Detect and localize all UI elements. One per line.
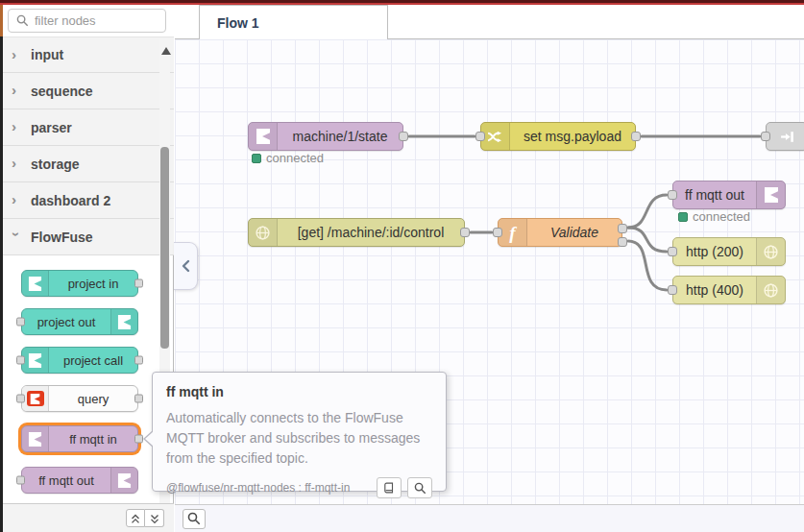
node-link-out[interactable] (766, 122, 804, 151)
palette-node-project-in[interactable]: project in (21, 270, 138, 297)
palette-category-dashboard2[interactable]: › dashboard 2 (0, 182, 174, 219)
query-icon (22, 386, 49, 411)
palette-scrollbar-thumb[interactable] (160, 147, 169, 349)
node-status: connected (252, 151, 324, 165)
book-icon (382, 481, 396, 495)
palette-category-parser[interactable]: › parser (0, 109, 174, 146)
left-edge-strip (0, 5, 3, 36)
output-port[interactable] (134, 356, 143, 365)
flowfuse-icon (110, 309, 137, 334)
node-http-response-400[interactable]: http (400) (672, 276, 786, 304)
change-shuffle-icon (481, 123, 510, 150)
search-icon (414, 482, 426, 495)
status-connected-icon (252, 154, 261, 163)
node-tooltip: ff mqtt in Automatically connects to the… (152, 372, 447, 492)
palette-node-label: ff mqtt in (49, 432, 137, 447)
node-change-set-payload[interactable]: set msg.payload (480, 122, 636, 151)
palette-node-query[interactable]: query (21, 385, 138, 412)
input-port[interactable] (475, 132, 485, 141)
palette-category-sequence[interactable]: › sequence (0, 73, 174, 109)
node-label: http (400) (673, 282, 756, 298)
search-box[interactable] (8, 9, 166, 33)
tooltip-title: ff mqtt in (166, 384, 432, 399)
node-label: http (200) (673, 244, 756, 259)
function-icon: f (499, 219, 527, 246)
status-connected-icon (678, 212, 688, 222)
palette-node-ff-mqtt-in[interactable]: ff mqtt in (21, 425, 138, 452)
collapse-all-button[interactable] (126, 509, 145, 527)
top-accent-line (0, 3, 804, 5)
input-port[interactable] (16, 476, 25, 485)
docs-button[interactable] (377, 477, 402, 498)
double-chevron-up-icon (130, 512, 141, 525)
flow-tab-bar: Flow 1 (175, 5, 804, 39)
flowfuse-icon (249, 123, 278, 150)
scroll-up-arrow-icon[interactable] (161, 47, 171, 55)
canvas-footer (175, 504, 804, 532)
palette-sidebar: › input › sequence › parser › storage › … (0, 5, 174, 532)
output-port[interactable] (399, 132, 408, 141)
palette-node-label: ff mqtt out (22, 473, 110, 488)
input-port[interactable] (668, 285, 677, 295)
output-port[interactable] (134, 279, 143, 288)
flowfuse-icon (756, 181, 785, 208)
output-port-1[interactable] (618, 224, 627, 233)
palette-node-label: project out (22, 315, 110, 329)
node-http-response-200[interactable]: http (200) (672, 237, 786, 266)
palette-node-project-call[interactable]: project call (21, 347, 138, 374)
expand-all-button[interactable] (145, 509, 164, 527)
node-http-in-get-machine-control[interactable]: [get] /machine/:id/control (248, 218, 465, 247)
input-port[interactable] (16, 395, 25, 403)
palette-category-flowfuse[interactable]: › FlowFuse (0, 219, 174, 255)
node-status: connected (678, 209, 750, 224)
output-port[interactable] (134, 435, 143, 444)
tab-flow-1[interactable]: Flow 1 (199, 5, 388, 39)
search-icon (16, 14, 29, 27)
chevron-left-icon (181, 258, 191, 274)
chevron-down-icon: › (9, 232, 25, 242)
output-port[interactable] (631, 132, 641, 141)
palette-node-label: project call (49, 353, 137, 368)
left-edge-strip-dark (0, 36, 3, 532)
flowfuse-icon (110, 468, 137, 493)
node-label: [get] /machine/:id/control (278, 225, 464, 240)
input-port[interactable] (761, 132, 770, 141)
palette-filter-input[interactable] (35, 13, 150, 28)
chevron-right-icon: › (12, 46, 21, 62)
output-port[interactable] (460, 228, 470, 237)
input-port[interactable] (493, 228, 502, 237)
input-port[interactable] (668, 247, 677, 256)
category-label: dashboard 2 (31, 193, 110, 208)
palette-footer (0, 503, 174, 532)
node-label: ff mqtt out (673, 187, 756, 203)
output-port-2[interactable] (618, 237, 627, 247)
category-label: storage (31, 157, 80, 172)
output-port[interactable] (134, 395, 143, 403)
input-port[interactable] (16, 318, 25, 326)
tooltip-footer: @flowfuse/nr-mqtt-nodes : ff-mqtt-in (166, 477, 432, 498)
zoom-search-button[interactable] (183, 509, 206, 529)
tooltip-arrow (145, 431, 154, 447)
input-port[interactable] (16, 356, 25, 365)
node-function-validate[interactable]: f Validate (498, 218, 622, 247)
palette-category-input[interactable]: › input (0, 36, 174, 73)
tooltip-description: Automatically connects to the FlowFuse M… (166, 408, 432, 469)
input-port[interactable] (668, 190, 677, 200)
palette-collapse-handle[interactable] (174, 242, 198, 290)
find-in-palette-button[interactable] (407, 477, 432, 498)
node-label: Validate (527, 225, 621, 240)
tooltip-module-name: @flowfuse/nr-mqtt-nodes : ff-mqtt-in (166, 481, 350, 495)
category-label: FlowFuse (31, 230, 93, 245)
node-ff-mqtt-in-machine-state[interactable]: machine/1/state (248, 122, 403, 151)
chevron-right-icon: › (12, 82, 21, 98)
status-text: connected (266, 151, 324, 165)
palette-node-ff-mqtt-out[interactable]: ff mqtt out (21, 467, 138, 494)
node-red-editor: › input › sequence › parser › storage › … (0, 0, 804, 532)
globe-icon (249, 219, 278, 246)
chevron-right-icon: › (12, 155, 21, 171)
flowfuse-icon (22, 426, 49, 451)
chevron-right-icon: › (12, 118, 21, 134)
palette-category-storage[interactable]: › storage (0, 146, 174, 182)
palette-node-project-out[interactable]: project out (21, 308, 138, 335)
node-ff-mqtt-out[interactable]: ff mqtt out (672, 181, 786, 209)
